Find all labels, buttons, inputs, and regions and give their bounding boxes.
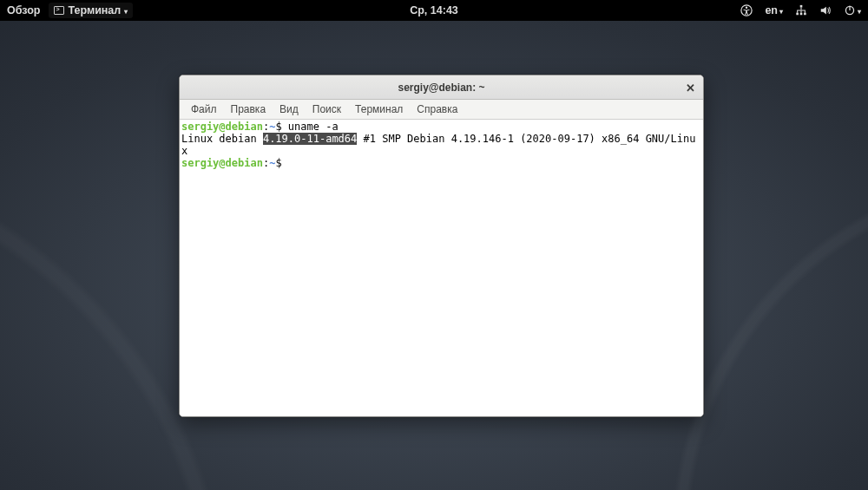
terminal-menubar: Файл Правка Вид Поиск Терминал Справка	[180, 100, 703, 120]
svg-rect-4	[800, 13, 803, 16]
network-icon[interactable]	[795, 4, 807, 16]
chevron-down-icon: ▾	[779, 8, 783, 16]
chevron-down-icon: ▾	[858, 8, 861, 16]
menu-search[interactable]: Поиск	[306, 101, 347, 117]
close-button[interactable]: ✕	[682, 80, 698, 95]
window-title: sergiy@debian: ~	[398, 82, 484, 94]
prompt-user: sergiy@debian	[181, 121, 263, 133]
prompt-user: sergiy@debian	[181, 157, 263, 169]
power-icon[interactable]: ▾	[844, 4, 861, 16]
output-line: Linux debian 4.19.0-11-amd64 #1 SMP Debi…	[181, 133, 695, 157]
svg-rect-5	[804, 13, 806, 16]
accessibility-icon[interactable]	[740, 4, 753, 16]
gnome-topbar: Обзор Терминал ▾ Ср, 14:43 en ▾ ▾	[0, 0, 868, 21]
keyboard-layout-label: en	[765, 4, 778, 16]
menu-help[interactable]: Справка	[411, 101, 464, 117]
terminal-icon	[54, 6, 64, 15]
clock-button[interactable]: Ср, 14:43	[410, 4, 458, 16]
menu-terminal[interactable]: Терминал	[349, 101, 409, 117]
keyboard-layout-indicator[interactable]: en ▾	[765, 4, 783, 16]
svg-rect-7	[849, 6, 850, 10]
svg-rect-3	[796, 13, 799, 16]
window-titlebar[interactable]: sergiy@debian: ~ ✕	[180, 75, 703, 100]
appmenu-button[interactable]: Терминал ▾	[49, 3, 133, 18]
chevron-down-icon: ▾	[124, 8, 128, 16]
menu-view[interactable]: Вид	[273, 101, 305, 117]
menu-edit[interactable]: Правка	[225, 101, 273, 117]
svg-point-1	[746, 6, 747, 8]
svg-rect-2	[800, 5, 803, 8]
terminal-window: sergiy@debian: ~ ✕ Файл Правка Вид Поиск…	[179, 75, 704, 417]
menu-file[interactable]: Файл	[185, 101, 223, 117]
terminal-output[interactable]: sergiy@debian:~$ uname -a Linux debian 4…	[180, 120, 703, 416]
command-text: uname -a	[288, 121, 339, 133]
appmenu-label: Терминал	[68, 4, 121, 16]
highlighted-kernel: 4.19.0-11-amd64	[263, 133, 357, 145]
volume-icon[interactable]	[819, 4, 832, 16]
activities-button[interactable]: Обзор	[7, 4, 40, 16]
